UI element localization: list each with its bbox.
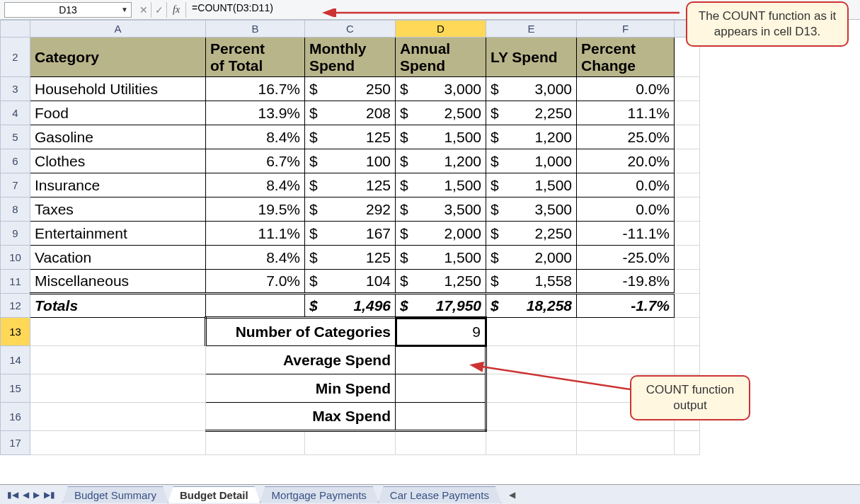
cell[interactable] bbox=[206, 294, 305, 318]
cell[interactable] bbox=[486, 346, 577, 374]
cell[interactable]: $1,250 bbox=[396, 270, 486, 294]
cell[interactable]: $250 bbox=[305, 77, 396, 101]
cell[interactable] bbox=[675, 173, 700, 197]
sheet-tab-budget-summary[interactable]: Budget Summary bbox=[62, 486, 168, 503]
cell[interactable]: $3,500 bbox=[486, 197, 577, 222]
cell[interactable]: Clothes bbox=[30, 149, 206, 173]
col-header-D[interactable]: D bbox=[396, 21, 486, 38]
cell[interactable]: 13.9% bbox=[206, 101, 305, 125]
cell[interactable] bbox=[206, 431, 305, 455]
cell[interactable] bbox=[675, 77, 700, 101]
sheet-tab-car-lease-payments[interactable]: Car Lease Payments bbox=[378, 486, 501, 503]
cell[interactable]: 0.0% bbox=[577, 173, 675, 197]
row-header-12[interactable]: 12 bbox=[1, 294, 30, 318]
cell[interactable]: Min Spend bbox=[206, 374, 396, 403]
header-cell-C[interactable]: MonthlySpend bbox=[305, 38, 396, 77]
cell[interactable]: $1,200 bbox=[486, 125, 577, 149]
cell[interactable]: Miscellaneous bbox=[30, 270, 206, 294]
row-header-9[interactable]: 9 bbox=[1, 222, 30, 246]
row-header-14[interactable]: 14 bbox=[1, 346, 30, 374]
cell[interactable] bbox=[30, 346, 206, 374]
row-header-17[interactable]: 17 bbox=[1, 431, 30, 455]
sheet-tab-budget-detail[interactable]: Budget Detail bbox=[168, 486, 260, 503]
cell[interactable]: -1.7% bbox=[577, 294, 675, 318]
cell[interactable]: $1,500 bbox=[396, 125, 486, 149]
row-header-2[interactable]: 2 bbox=[1, 38, 30, 77]
cell[interactable] bbox=[396, 403, 486, 431]
cell[interactable] bbox=[675, 125, 700, 149]
cell[interactable]: Taxes bbox=[30, 197, 206, 222]
cell[interactable]: $18,258 bbox=[486, 294, 577, 318]
row-header-6[interactable]: 6 bbox=[1, 149, 30, 173]
col-header-F[interactable]: F bbox=[577, 21, 675, 38]
cell[interactable] bbox=[30, 318, 206, 346]
cell[interactable] bbox=[396, 346, 486, 374]
cell[interactable] bbox=[486, 318, 577, 346]
cell[interactable]: 8.4% bbox=[206, 125, 305, 149]
enter-icon[interactable]: ✓ bbox=[151, 2, 167, 18]
cell[interactable]: $125 bbox=[305, 246, 396, 270]
cell[interactable] bbox=[30, 431, 206, 455]
cell[interactable] bbox=[675, 246, 700, 270]
cell[interactable]: Entertainment bbox=[30, 222, 206, 246]
cell[interactable] bbox=[486, 431, 577, 455]
cell[interactable]: 8.4% bbox=[206, 173, 305, 197]
cell[interactable]: $3,000 bbox=[486, 77, 577, 101]
cell[interactable]: $292 bbox=[305, 197, 396, 222]
cell[interactable] bbox=[396, 431, 486, 455]
cell[interactable] bbox=[675, 101, 700, 125]
cell[interactable]: $125 bbox=[305, 125, 396, 149]
cell[interactable]: Totals bbox=[30, 294, 206, 318]
cell[interactable]: $1,558 bbox=[486, 270, 577, 294]
cell[interactable]: $1,500 bbox=[486, 173, 577, 197]
cell[interactable] bbox=[486, 403, 577, 431]
cell[interactable] bbox=[577, 431, 675, 455]
cell[interactable]: $3,000 bbox=[396, 77, 486, 101]
cell[interactable]: 9 bbox=[396, 318, 486, 346]
header-cell-B[interactable]: Percentof Total bbox=[206, 38, 305, 77]
cell[interactable]: $2,250 bbox=[486, 101, 577, 125]
row-header-11[interactable]: 11 bbox=[1, 270, 30, 294]
cell[interactable]: 11.1% bbox=[206, 222, 305, 246]
row-header-13[interactable]: 13 bbox=[1, 318, 30, 346]
name-box[interactable]: D13 ▼ bbox=[4, 2, 132, 18]
cell[interactable]: 7.0% bbox=[206, 270, 305, 294]
tab-scroll-left-icon[interactable]: ◀ bbox=[509, 490, 515, 500]
cell[interactable]: 25.0% bbox=[577, 125, 675, 149]
cell[interactable]: $1,500 bbox=[396, 173, 486, 197]
cell[interactable]: 8.4% bbox=[206, 246, 305, 270]
cancel-icon[interactable]: ✕ bbox=[136, 2, 151, 18]
row-header-16[interactable]: 16 bbox=[1, 403, 30, 431]
row-header-15[interactable]: 15 bbox=[1, 374, 30, 403]
cell[interactable] bbox=[30, 374, 206, 403]
header-cell-F[interactable]: PercentChange bbox=[577, 38, 675, 77]
col-header-B[interactable]: B bbox=[206, 21, 305, 38]
cell[interactable]: $17,950 bbox=[396, 294, 486, 318]
cell[interactable]: $2,250 bbox=[486, 222, 577, 246]
cell[interactable]: $2,000 bbox=[486, 246, 577, 270]
row-header-8[interactable]: 8 bbox=[1, 197, 30, 222]
prev-sheet-icon[interactable]: ◀ bbox=[23, 490, 29, 500]
cell[interactable]: -25.0% bbox=[577, 246, 675, 270]
cell[interactable]: $104 bbox=[305, 270, 396, 294]
cell[interactable]: $1,496 bbox=[305, 294, 396, 318]
cell[interactable]: $2,500 bbox=[396, 101, 486, 125]
col-header-C[interactable]: C bbox=[305, 21, 396, 38]
sheet-tab-mortgage-payments[interactable]: Mortgage Payments bbox=[260, 486, 379, 503]
cell[interactable] bbox=[577, 346, 675, 374]
last-sheet-icon[interactable]: ▶▮ bbox=[44, 490, 55, 500]
cell[interactable]: $1,200 bbox=[396, 149, 486, 173]
cell[interactable]: Food bbox=[30, 101, 206, 125]
cell[interactable]: Insurance bbox=[30, 173, 206, 197]
cell[interactable]: Household Utilities bbox=[30, 77, 206, 101]
cell[interactable]: Average Spend bbox=[206, 346, 396, 374]
cell[interactable] bbox=[675, 149, 700, 173]
first-sheet-icon[interactable]: ▮◀ bbox=[7, 490, 18, 500]
name-box-dropdown-icon[interactable]: ▼ bbox=[121, 6, 128, 13]
header-cell-D[interactable]: AnnualSpend bbox=[396, 38, 486, 77]
cell[interactable]: 6.7% bbox=[206, 149, 305, 173]
col-header-A[interactable]: A bbox=[30, 21, 206, 38]
cell[interactable]: -11.1% bbox=[577, 222, 675, 246]
cell[interactable]: Number of Categories bbox=[206, 318, 396, 346]
row-header-4[interactable]: 4 bbox=[1, 101, 30, 125]
